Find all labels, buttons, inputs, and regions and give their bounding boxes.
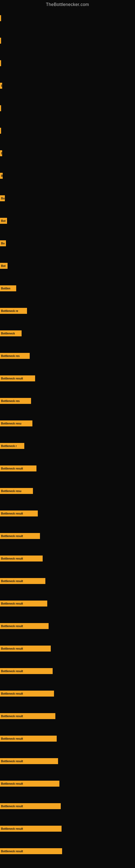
bar-row: Bottleneck result — [0, 532, 135, 539]
bar-row: Bottleneck result — [0, 735, 135, 742]
bar: Bottleneck result — [0, 600, 47, 607]
bar-row: Bottleneck — [0, 330, 135, 337]
bar-label: Bottleneck result — [1, 377, 23, 380]
bar: Bottlen — [0, 285, 16, 291]
bar: Bottleneck re — [0, 308, 27, 314]
bar-label: Bottleneck result — [1, 512, 23, 515]
bar-label: Bot — [1, 219, 6, 222]
bar — [0, 38, 1, 44]
bar-row: Bot — [0, 217, 135, 224]
bar-row: Bottleneck result — [0, 668, 135, 675]
bar-row: Bo — [0, 240, 135, 247]
bar-row — [0, 105, 135, 112]
bar: Bottleneck result — [0, 465, 37, 471]
bar-label: B — [1, 175, 3, 177]
bar: Bo — [0, 195, 5, 201]
page-container: TheBottlenecker.com BBBBoBotBoBotBottlen… — [0, 0, 135, 868]
bar-row: Bottleneck result — [0, 803, 135, 810]
bar-label: Bottleneck result — [1, 580, 23, 583]
bar-label: Bottleneck res — [1, 400, 20, 403]
bar-label: Bottleneck r — [1, 444, 17, 447]
bar-row: Bottleneck result — [0, 757, 135, 765]
bar-row: B — [0, 82, 135, 89]
bar-label: Bottleneck resu — [1, 490, 21, 493]
bar-label: Bottleneck result — [1, 625, 23, 628]
bar: Bottleneck result — [0, 578, 45, 584]
bar-row — [0, 14, 135, 22]
bar: B — [0, 173, 3, 179]
bar-row: Bottleneck result — [0, 825, 135, 832]
bar: Bottleneck result — [0, 556, 43, 561]
bar: Bot — [0, 263, 8, 269]
bar: Bottleneck result — [0, 510, 38, 517]
bar: Bottleneck result — [0, 758, 58, 764]
bar-row: Bottleneck result — [0, 645, 135, 652]
bar: Bo — [0, 240, 6, 246]
bar: Bottleneck result — [0, 713, 55, 719]
bar-row: Bottleneck result — [0, 510, 135, 517]
bar — [0, 105, 1, 111]
bar-label: Bottleneck result — [1, 647, 23, 650]
bar: Bottleneck result — [0, 623, 49, 629]
bar-row: Bottleneck result — [0, 690, 135, 697]
bar-row: Bot — [0, 262, 135, 269]
bars-container: BBBBoBotBoBotBottlenBottleneck reBottlen… — [0, 14, 135, 868]
bar-row: B — [0, 150, 135, 157]
bar-label: Bottleneck result — [1, 557, 23, 560]
bar-label: Bottleneck result — [1, 760, 23, 763]
bar-label: Bottleneck result — [1, 692, 23, 695]
bar-label: Bo — [1, 242, 5, 245]
bar-row: Bottleneck result — [0, 465, 135, 472]
bar: Bottleneck — [0, 330, 21, 336]
bar-row: Bottleneck result — [0, 555, 135, 562]
bar-label: Bottlen — [1, 287, 10, 290]
bar-label: Bottleneck result — [1, 467, 23, 470]
bar-row: Bottleneck result — [0, 848, 135, 855]
bar-label: Bottleneck result — [1, 535, 23, 538]
bar-row: Bottleneck result — [0, 780, 135, 787]
bar-label: Bottleneck result — [1, 737, 23, 740]
bar-row: Bottleneck result — [0, 622, 135, 629]
bar-label: Bottleneck re — [1, 310, 18, 312]
bar-label: B — [1, 84, 2, 87]
site-title: TheBottlenecker.com — [0, 0, 135, 8]
bar-label: Bottleneck result — [1, 602, 23, 605]
bar: Bottleneck result — [0, 803, 61, 809]
bar-label: Bottleneck result — [1, 715, 23, 718]
bar: B — [0, 83, 2, 89]
bar: Bottleneck result — [0, 668, 53, 674]
bar-label: Bottleneck result — [1, 670, 23, 673]
bar-row: Bottleneck res — [0, 397, 135, 404]
bar-row: Bottleneck res — [0, 352, 135, 360]
bar: Bottleneck result — [0, 646, 51, 652]
bar-label: Bottleneck result — [1, 827, 23, 830]
bar-row: Bottleneck resu — [0, 488, 135, 495]
bar — [0, 15, 1, 21]
bar-row — [0, 37, 135, 44]
bar-label: Bottleneck result — [1, 805, 23, 808]
bar: Bottleneck result — [0, 848, 62, 854]
bar-row: Bottlen — [0, 285, 135, 292]
bar: Bottleneck res — [0, 398, 31, 404]
bar: Bottleneck result — [0, 533, 40, 539]
bar: Bottleneck result — [0, 736, 57, 742]
bar: Bottleneck result — [0, 826, 61, 832]
bar-row: B — [0, 172, 135, 179]
bar-label: B — [1, 152, 2, 155]
bar: Bottleneck result — [0, 781, 59, 786]
bar-row: Bottleneck r — [0, 442, 135, 450]
bar-row: Bottleneck result — [0, 600, 135, 607]
bar: Bottleneck resu — [0, 488, 33, 494]
bar-label: Bo — [1, 197, 5, 200]
bar-row: Bo — [0, 195, 135, 202]
bar-row — [0, 127, 135, 134]
bar: Bottleneck r — [0, 443, 24, 449]
bar: Bottleneck res — [0, 353, 30, 359]
bar-label: Bottleneck result — [1, 850, 23, 853]
bar: Bottleneck resu — [0, 421, 32, 426]
bar-row: Bottleneck result — [0, 375, 135, 382]
bar-label: Bot — [1, 265, 6, 268]
bar — [0, 128, 1, 134]
bar — [0, 60, 1, 66]
bar-label: Bottleneck resu — [1, 422, 21, 425]
